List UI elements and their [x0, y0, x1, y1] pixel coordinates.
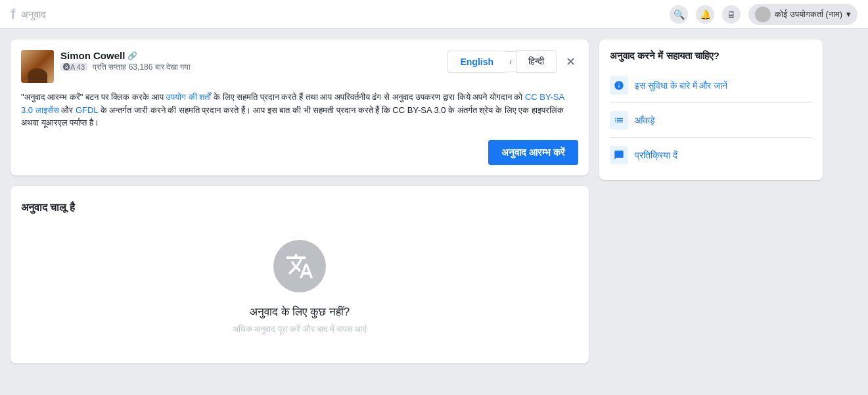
post-body: "अनुवाद आरम्भ करें" बटन पर क्लिक करके आप…	[21, 91, 578, 129]
author-name: Simon Cowell 🔗	[60, 50, 447, 61]
feedback-link[interactable]: प्रतिक्रिया दें	[610, 141, 812, 170]
feedback-icon	[610, 146, 628, 164]
help-card: अनुवाद करने में सहायता चाहिए? इस सुविधा …	[599, 39, 823, 180]
lang-close-button[interactable]: ✕	[563, 52, 578, 72]
post-header: Simon Cowell 🔗 🅐A 43 प्रति सप्ताह 63,186…	[21, 50, 578, 83]
stats-label: आँकड़े	[635, 115, 655, 126]
translate-svg	[285, 252, 314, 281]
post-card: Simon Cowell 🔗 🅐A 43 प्रति सप्ताह 63,186…	[11, 39, 589, 175]
learn-more-label: इस सुविधा के बारे में और जानें	[635, 80, 727, 91]
chevron-down-icon: ▾	[846, 9, 851, 19]
chart-icon	[610, 111, 628, 129]
learn-more-link[interactable]: इस सुविधा के बारे में और जानें	[610, 71, 812, 100]
stats-link[interactable]: आँकड़े	[610, 106, 812, 135]
translation-active-label: अनुवाद चालू है	[21, 202, 75, 214]
external-link-icon: 🔗	[127, 51, 137, 60]
language-selector: English › हिन्दी ✕	[447, 50, 578, 73]
avatar	[755, 7, 771, 22]
post-meta: 🅐A 43 प्रति सप्ताह 63,186 बार देखा गया	[60, 62, 447, 72]
lang-english-button[interactable]: English	[447, 51, 505, 73]
translation-icon-area: अनुवाद के लिए कुछ नहीं? अधिक अनुवाद पूरा…	[21, 227, 578, 348]
right-sidebar: अनुवाद करने में सहायता चाहिए? इस सुविधा …	[599, 39, 823, 363]
app-logo: f	[11, 6, 14, 23]
app-title: अनुवाद	[21, 9, 46, 20]
start-translation-button[interactable]: अनुवाद आरम्भ करें	[488, 140, 578, 165]
search-icon[interactable]: 🔍	[670, 5, 688, 24]
terms-link[interactable]: उपयोग की शर्तों	[166, 92, 211, 102]
bell-icon[interactable]: 🔔	[696, 5, 714, 24]
feedback-label: प्रतिक्रिया दें	[635, 150, 677, 161]
gfdl-link[interactable]: GFDL	[76, 105, 98, 115]
user-label: कोई उपयोगकर्ता (नाम)	[775, 9, 842, 20]
nothing-subtitle-label: अधिक अनुवाद पूरा करें और बाद में वापस आए…	[233, 324, 367, 335]
help-title: अनुवाद करने में सहायता चाहिए?	[610, 50, 812, 62]
divider-2	[610, 137, 812, 138]
translation-card: अनुवाद चालू है अनुवाद के लिए कुछ नहीं? अ…	[11, 186, 589, 363]
main-layout: Simon Cowell 🔗 🅐A 43 प्रति सप्ताह 63,186…	[0, 29, 868, 374]
monitor-icon[interactable]: 🖥	[722, 5, 741, 24]
info-icon	[610, 76, 628, 95]
top-nav: f अनुवाद 🔍 🔔 🖥 कोई उपयोगकर्ता (नाम) ▾	[0, 0, 868, 29]
cc-license-link[interactable]: CC BY-SA 3.0 लाइसेंस	[21, 92, 564, 115]
lang-hindi-button[interactable]: हिन्दी	[516, 50, 557, 73]
post-info: Simon Cowell 🔗 🅐A 43 प्रति सप्ताह 63,186…	[60, 50, 447, 72]
lang-arrow-icon: ›	[505, 51, 516, 72]
translate-icon	[273, 240, 326, 292]
author-avatar	[21, 50, 54, 83]
nav-right: 🔍 🔔 🖥 कोई उपयोगकर्ता (नाम) ▾	[670, 4, 857, 25]
divider-1	[610, 103, 812, 103]
user-menu[interactable]: कोई उपयोगकर्ता (नाम) ▾	[748, 4, 857, 25]
left-content: Simon Cowell 🔗 🅐A 43 प्रति सप्ताह 63,186…	[11, 39, 589, 363]
nothing-to-translate-label: अनुवाद के लिए कुछ नहीं?	[250, 306, 350, 319]
a-badge: 🅐A 43	[60, 63, 87, 71]
post-views: प्रति सप्ताह 63,186 बार देखा गया	[93, 62, 191, 72]
